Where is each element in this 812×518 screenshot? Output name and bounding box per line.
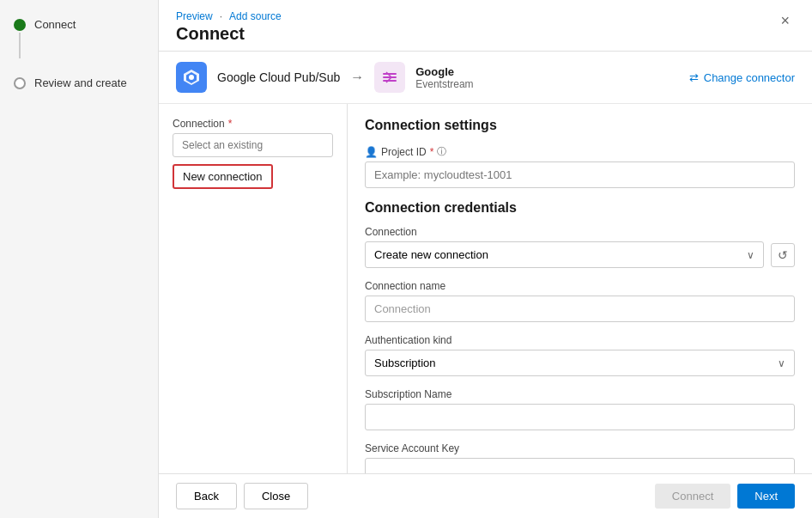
header-left: Preview · Add source Connect: [176, 10, 282, 44]
sidebar-step-review: Review and create: [14, 76, 144, 89]
project-id-field: 👤 Project ID * ⓘ: [365, 145, 795, 188]
back-button[interactable]: Back: [176, 483, 237, 509]
credentials-section: Connection credentials Connection Create…: [365, 200, 795, 473]
page-title: Connect: [176, 24, 282, 44]
svg-rect-4: [383, 76, 397, 78]
footer-left: Back Close: [176, 483, 308, 509]
connection-dropdown-label-text: Connection: [365, 226, 417, 238]
auth-kind-chevron-icon: ∨: [778, 357, 785, 369]
step-label-review: Review and create: [34, 76, 127, 89]
connection-dropdown-label: Connection: [365, 226, 795, 238]
service-account-label: Service Account Key: [365, 442, 795, 454]
refresh-icon: ↺: [778, 248, 788, 262]
modal-footer: Back Close Connect Next: [159, 473, 812, 518]
close-button[interactable]: Close: [244, 483, 308, 509]
auth-kind-select[interactable]: Subscription ∨: [365, 350, 795, 376]
settings-panel[interactable]: Connection settings 👤 Project ID * ⓘ Con…: [348, 104, 812, 473]
destination-label: Google: [415, 65, 473, 78]
connection-label-text: Connection: [173, 118, 225, 130]
next-button[interactable]: Next: [737, 484, 795, 509]
subscription-name-label: Subscription Name: [365, 388, 795, 400]
eventstream-info: Google Eventstream: [415, 65, 473, 90]
close-dialog-button[interactable]: ×: [775, 10, 795, 32]
breadcrumb-add-source[interactable]: Add source: [229, 10, 282, 22]
connection-required-star: *: [228, 118, 233, 130]
eventstream-icon: [374, 62, 405, 93]
subscription-name-label-text: Subscription Name: [365, 388, 451, 400]
connection-select[interactable]: Create new connection ∨: [365, 241, 764, 268]
service-account-label-text: Service Account Key: [365, 442, 459, 454]
step-dot-connect: [14, 19, 26, 31]
breadcrumb-separator: ·: [220, 10, 222, 22]
connector-bar: Google Cloud Pub/Sub → Google Eventstrea…: [159, 52, 812, 104]
connection-settings-section: Connection settings 👤 Project ID * ⓘ: [365, 118, 795, 188]
step-indicator-connect: [14, 17, 26, 58]
connector-arrow-icon: →: [350, 70, 364, 85]
connection-name-field: Connection name: [365, 280, 795, 322]
sidebar: Connect Review and create: [0, 0, 159, 518]
breadcrumb-preview[interactable]: Preview: [176, 10, 213, 22]
service-account-input[interactable]: [365, 458, 795, 473]
connection-dropdown-field: Connection Create new connection ∨ ↺: [365, 226, 795, 268]
project-id-label-text: Project ID: [381, 146, 427, 158]
footer-right: Connect Next: [655, 484, 795, 509]
connection-settings-title: Connection settings: [365, 118, 795, 133]
project-id-input[interactable]: [365, 161, 795, 188]
connection-name-input[interactable]: [365, 296, 795, 322]
credentials-title: Connection credentials: [365, 200, 795, 216]
new-connection-label: New connection: [183, 170, 263, 183]
change-connector-label: Change connector: [704, 71, 795, 84]
svg-point-2: [189, 75, 194, 80]
change-connector-icon: ⇄: [689, 71, 699, 84]
auth-kind-label: Authentication kind: [365, 334, 795, 346]
pubsub-icon: [176, 62, 207, 93]
main-content: Preview · Add source Connect × Google Cl…: [159, 0, 812, 518]
project-id-info-icon[interactable]: ⓘ: [437, 145, 446, 158]
step-connector-line: [19, 33, 21, 58]
connection-name-label: Connection name: [365, 280, 795, 292]
source-connector-name: Google Cloud Pub/Sub: [217, 70, 340, 84]
connection-select-value: Create new connection: [374, 248, 488, 261]
project-id-required: *: [430, 146, 434, 158]
new-connection-button[interactable]: New connection: [173, 164, 273, 189]
body-area: Connection * New connection Connection s…: [159, 104, 812, 473]
subscription-name-input[interactable]: [365, 404, 795, 430]
select-existing-input[interactable]: [173, 133, 333, 157]
connection-chevron-icon: ∨: [747, 249, 754, 261]
connection-name-label-text: Connection name: [365, 280, 445, 292]
step-label-connect: Connect: [34, 17, 76, 31]
connection-field-label: Connection *: [173, 118, 333, 130]
step-indicator-review: [14, 76, 26, 89]
breadcrumb: Preview · Add source: [176, 10, 282, 22]
auth-kind-field: Authentication kind Subscription ∨: [365, 334, 795, 376]
connection-dropdown-row: Create new connection ∨ ↺: [365, 241, 795, 268]
modal-header: Preview · Add source Connect ×: [159, 0, 812, 52]
connection-panel: Connection * New connection: [159, 104, 348, 473]
connect-button: Connect: [655, 484, 730, 509]
connection-field-group: Connection * New connection: [173, 118, 333, 189]
change-connector-button[interactable]: ⇄ Change connector: [689, 71, 795, 84]
auth-kind-value: Subscription: [374, 357, 436, 369]
service-account-field: Service Account Key: [365, 442, 795, 473]
svg-rect-5: [383, 80, 397, 82]
svg-rect-3: [383, 73, 397, 75]
sidebar-step-connect: Connect: [14, 17, 144, 58]
destination-sub: Eventstream: [415, 78, 473, 90]
project-id-label: 👤 Project ID * ⓘ: [365, 145, 795, 158]
project-icon: 👤: [365, 146, 378, 158]
refresh-button[interactable]: ↺: [771, 243, 795, 267]
step-dot-review: [14, 77, 26, 89]
auth-kind-label-text: Authentication kind: [365, 334, 451, 346]
subscription-name-field: Subscription Name: [365, 388, 795, 430]
